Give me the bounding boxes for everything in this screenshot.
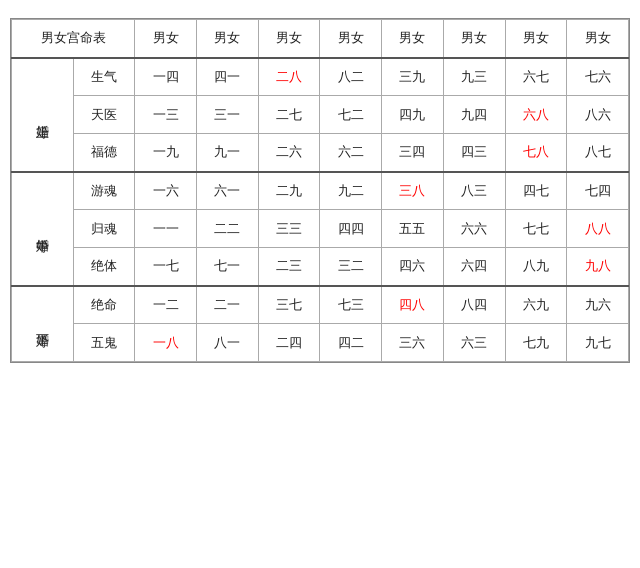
cell-0-1-6: 六八 xyxy=(505,96,567,134)
cell-1-1-5: 六六 xyxy=(443,210,505,248)
cell-2-1-1: 八一 xyxy=(197,324,259,362)
cell-0-1-0: 一三 xyxy=(135,96,197,134)
cell-2-0-4: 四八 xyxy=(382,286,444,324)
cell-1-1-7: 八八 xyxy=(567,210,629,248)
sub-label-2-1: 五鬼 xyxy=(73,324,135,362)
group-label-2: 下等婚 xyxy=(12,286,74,362)
table-header-col2: 男女 xyxy=(197,20,259,58)
cell-1-2-3: 三二 xyxy=(320,248,382,286)
cell-0-0-6: 六七 xyxy=(505,58,567,96)
cell-0-1-2: 二七 xyxy=(258,96,320,134)
cell-0-0-4: 三九 xyxy=(382,58,444,96)
cell-1-1-0: 一一 xyxy=(135,210,197,248)
group-label-0: 上等婚 xyxy=(12,58,74,172)
table-header-col5: 男女 xyxy=(382,20,444,58)
cell-2-0-6: 六九 xyxy=(505,286,567,324)
cell-0-2-5: 四三 xyxy=(443,134,505,172)
cell-2-1-5: 六三 xyxy=(443,324,505,362)
cell-1-1-4: 五五 xyxy=(382,210,444,248)
cell-1-0-4: 三八 xyxy=(382,172,444,210)
cell-1-1-2: 三三 xyxy=(258,210,320,248)
cell-2-1-4: 三六 xyxy=(382,324,444,362)
cell-1-2-1: 七一 xyxy=(197,248,259,286)
cell-0-1-1: 三一 xyxy=(197,96,259,134)
cell-1-0-7: 七四 xyxy=(567,172,629,210)
cell-2-1-3: 四二 xyxy=(320,324,382,362)
cell-0-2-4: 三四 xyxy=(382,134,444,172)
cell-1-0-5: 八三 xyxy=(443,172,505,210)
cell-2-1-2: 二四 xyxy=(258,324,320,362)
cell-0-1-4: 四九 xyxy=(382,96,444,134)
cell-1-2-6: 八九 xyxy=(505,248,567,286)
cell-2-0-7: 九六 xyxy=(567,286,629,324)
cell-1-0-0: 一六 xyxy=(135,172,197,210)
cell-0-2-2: 二六 xyxy=(258,134,320,172)
table-wrapper: 男女宫命表男女男女男女男女男女男女男女男女上等婚生气一四四一二八八二三九九三六七… xyxy=(10,18,630,363)
cell-0-1-7: 八六 xyxy=(567,96,629,134)
cell-1-1-6: 七七 xyxy=(505,210,567,248)
cell-0-2-3: 六二 xyxy=(320,134,382,172)
cell-0-1-3: 七二 xyxy=(320,96,382,134)
sub-label-1-2: 绝体 xyxy=(73,248,135,286)
cell-2-0-2: 三七 xyxy=(258,286,320,324)
table-header-col4: 男女 xyxy=(320,20,382,58)
cell-1-2-7: 九八 xyxy=(567,248,629,286)
table-header-col8: 男女 xyxy=(567,20,629,58)
cell-0-2-0: 一九 xyxy=(135,134,197,172)
cell-0-2-7: 八七 xyxy=(567,134,629,172)
cell-1-2-4: 四六 xyxy=(382,248,444,286)
table-header-col0: 男女宫命表 xyxy=(12,20,135,58)
cell-1-0-1: 六一 xyxy=(197,172,259,210)
cell-1-2-0: 一七 xyxy=(135,248,197,286)
sub-label-2-0: 绝命 xyxy=(73,286,135,324)
sub-label-1-0: 游魂 xyxy=(73,172,135,210)
table-header-col7: 男女 xyxy=(505,20,567,58)
cell-2-1-7: 九七 xyxy=(567,324,629,362)
cell-0-0-3: 八二 xyxy=(320,58,382,96)
sub-label-0-1: 天医 xyxy=(73,96,135,134)
cell-0-0-0: 一四 xyxy=(135,58,197,96)
table-header-col6: 男女 xyxy=(443,20,505,58)
cell-0-0-7: 七六 xyxy=(567,58,629,96)
cell-2-0-1: 二一 xyxy=(197,286,259,324)
cell-1-0-6: 四七 xyxy=(505,172,567,210)
cell-0-0-1: 四一 xyxy=(197,58,259,96)
cell-1-0-3: 九二 xyxy=(320,172,382,210)
cell-0-0-5: 九三 xyxy=(443,58,505,96)
sub-label-0-0: 生气 xyxy=(73,58,135,96)
sub-label-0-2: 福德 xyxy=(73,134,135,172)
cell-1-2-5: 六四 xyxy=(443,248,505,286)
cell-0-2-1: 九一 xyxy=(197,134,259,172)
cell-1-0-2: 二九 xyxy=(258,172,320,210)
cell-1-1-3: 四四 xyxy=(320,210,382,248)
table-header-col3: 男女 xyxy=(258,20,320,58)
cell-2-0-0: 一二 xyxy=(135,286,197,324)
cell-2-1-0: 一八 xyxy=(135,324,197,362)
cell-0-1-5: 九四 xyxy=(443,96,505,134)
cell-2-1-6: 七九 xyxy=(505,324,567,362)
sub-label-1-1: 归魂 xyxy=(73,210,135,248)
cell-1-1-1: 二二 xyxy=(197,210,259,248)
cell-2-0-5: 八四 xyxy=(443,286,505,324)
group-label-1: 中等婚 xyxy=(12,172,74,286)
table-header-col1: 男女 xyxy=(135,20,197,58)
cell-1-2-2: 二三 xyxy=(258,248,320,286)
cell-2-0-3: 七三 xyxy=(320,286,382,324)
main-table: 男女宫命表男女男女男女男女男女男女男女男女上等婚生气一四四一二八八二三九九三六七… xyxy=(11,19,629,362)
cell-0-0-2: 二八 xyxy=(258,58,320,96)
cell-0-2-6: 七八 xyxy=(505,134,567,172)
